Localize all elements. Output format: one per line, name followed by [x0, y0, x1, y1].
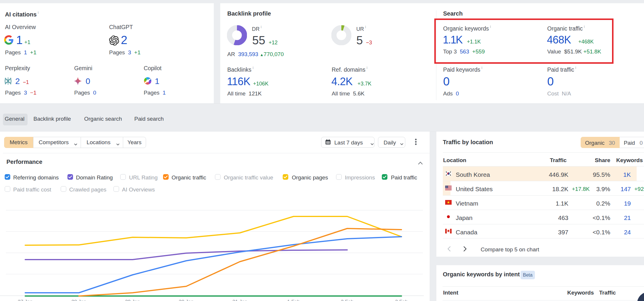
svg-text:31 Jan: 31 Jan — [232, 299, 247, 301]
svg-text:27 Jan: 27 Jan — [18, 299, 33, 301]
svg-text:1 Feb: 1 Feb — [287, 299, 300, 301]
svg-text:30 Jan: 30 Jan — [179, 299, 194, 301]
svg-text:2 Feb: 2 Feb — [341, 299, 353, 301]
svg-text:3 Feb: 3 Feb — [395, 299, 408, 301]
svg-text:28 Jan: 28 Jan — [71, 299, 86, 301]
svg-text:29 Jan: 29 Jan — [125, 299, 140, 301]
